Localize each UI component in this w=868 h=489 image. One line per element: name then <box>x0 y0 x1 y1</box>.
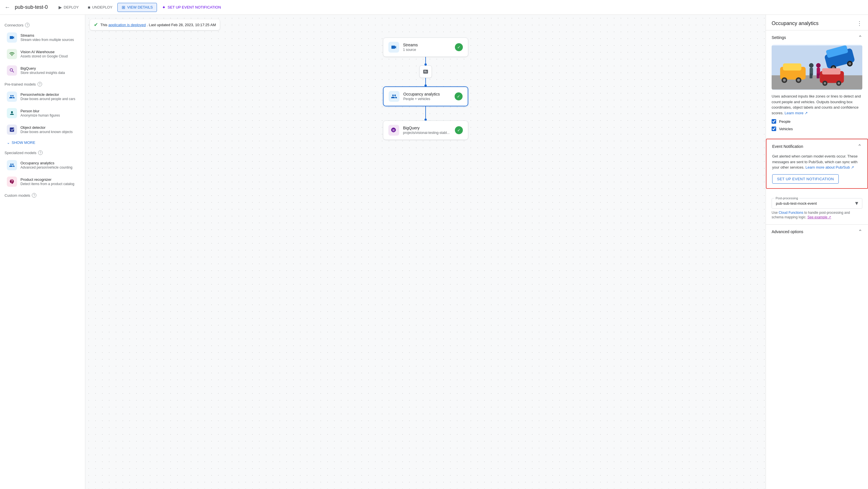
streams-pipeline-node[interactable]: Streams 1 source ✓ <box>383 37 468 57</box>
settings-section-header[interactable]: Settings ⌃ <box>766 30 868 44</box>
vehicles-checkbox[interactable] <box>772 126 776 131</box>
people-label: People <box>779 119 790 124</box>
svg-rect-24 <box>811 73 812 78</box>
bigquery-check-icon: ✓ <box>455 126 463 134</box>
status-text: This application is deployed . Last upda… <box>100 23 216 27</box>
streams-icon <box>7 32 17 43</box>
topbar-actions: ▶ DEPLOY ■ UNDEPLOY ⊞ VIEW DETAILS ✦ SET… <box>55 3 225 12</box>
deploy-button[interactable]: ▶ DEPLOY <box>55 3 83 12</box>
event-notification-section: Event Notification ⌃ Get alerted when ce… <box>766 139 868 189</box>
status-check-icon: ✔ <box>94 22 98 28</box>
connectors-section-title: Connectors ? <box>0 21 85 29</box>
post-processing-description: Use Cloud Functions to handle post-proce… <box>772 210 862 220</box>
status-bar: ✔ This application is deployed . Last up… <box>90 19 220 30</box>
svg-point-20 <box>838 82 840 84</box>
svg-point-25 <box>816 63 821 68</box>
chevron-down-icon: ⌄ <box>7 141 10 145</box>
svg-rect-28 <box>818 73 819 78</box>
undeploy-icon: ■ <box>88 5 90 10</box>
canvas-area: ✔ This application is deployed . Last up… <box>85 15 766 489</box>
pretrained-section-title: Pre-trained models ? <box>0 80 85 88</box>
deploy-icon: ▶ <box>59 5 62 10</box>
specialized-section-title: Specialized models ? <box>0 148 85 157</box>
bigquery-node-icon <box>389 125 399 135</box>
right-panel-title: Occupancy analytics <box>772 21 818 26</box>
post-processing-select[interactable]: pub-sub-test-mock-event <box>772 198 862 208</box>
settings-section: Settings ⌃ <box>766 30 868 139</box>
pipeline-container: Streams 1 source ✓ Occupancy analy <box>85 15 766 185</box>
sidebar-item-occupancy[interactable]: Occupancy analytics Advanced person/vehi… <box>2 157 83 173</box>
post-processing-label: Post-processing <box>774 196 799 200</box>
specialized-help-icon[interactable]: ? <box>38 150 43 155</box>
see-example-link[interactable]: See example ↗ <box>807 215 831 219</box>
advanced-options-header[interactable]: Advanced options ⌃ <box>766 224 868 239</box>
setup-event-notification-button[interactable]: ✦ SET UP EVENT NOTIFICATION <box>158 3 225 12</box>
svg-point-6 <box>783 79 786 81</box>
pubsub-learn-more-link[interactable]: Learn more about Pub/Sub ↗ <box>805 165 854 170</box>
vision-ai-icon <box>7 49 17 59</box>
streams-node-icon <box>389 42 399 53</box>
person-vehicle-icon <box>7 92 17 102</box>
learn-more-link[interactable]: Learn more ↗ <box>785 111 808 115</box>
occupancy-node-icon <box>389 91 399 102</box>
people-checkbox-row: People <box>772 119 862 124</box>
occupancy-check-icon: ✓ <box>455 92 463 100</box>
product-icon <box>7 177 17 187</box>
back-button[interactable]: ← <box>5 4 10 10</box>
event-notification-header[interactable]: Event Notification ⌃ <box>767 139 867 154</box>
svg-rect-4 <box>783 63 802 70</box>
people-checkbox[interactable] <box>772 119 776 124</box>
svg-rect-23 <box>810 73 811 78</box>
connector-1 <box>420 57 432 86</box>
streams-check-icon: ✓ <box>455 43 463 51</box>
main-layout: Connectors ? Streams Stream video from m… <box>0 15 868 489</box>
vehicles-checkbox-row: Vehicles <box>772 126 862 131</box>
sidebar-item-person-blur[interactable]: Person blur Anonymize human figures <box>2 105 83 121</box>
settings-section-content: Uses advanced inputs like zones or lines… <box>766 44 868 139</box>
event-notification-body: Get alerted when certain model events oc… <box>767 154 867 188</box>
svg-rect-16 <box>822 68 840 74</box>
more-options-icon[interactable]: ⋮ <box>857 20 862 27</box>
bigquery-pipeline-node[interactable]: BigQuery projects/visionai-testing-stabl… <box>383 121 468 140</box>
svg-rect-27 <box>817 73 818 78</box>
right-panel-header: Occupancy analytics ⋮ <box>766 15 868 30</box>
connector-line-2 <box>425 78 426 86</box>
cloud-functions-link[interactable]: Cloud Functions <box>779 211 803 215</box>
sidebar-item-bigquery[interactable]: BigQuery Store structured insights data <box>2 63 83 79</box>
settings-description: Uses advanced inputs like zones or lines… <box>772 94 862 116</box>
application-deployed-link[interactable]: application is deployed <box>108 23 146 27</box>
pretrained-help-icon[interactable]: ? <box>37 82 42 86</box>
svg-point-8 <box>797 79 800 81</box>
sidebar-item-product[interactable]: Product recognizer Detect items from a p… <box>2 174 83 190</box>
undeploy-button[interactable]: ■ UNDEPLOY <box>84 3 117 11</box>
post-processing-section: Post-processing pub-sub-test-mock-event … <box>766 189 868 225</box>
svg-point-21 <box>809 63 814 68</box>
sidebar-item-streams[interactable]: Streams Stream video from multiple sourc… <box>2 30 83 45</box>
sparkle-icon: ✦ <box>162 5 166 10</box>
sidebar-item-person-vehicle[interactable]: Person/vehicle detector Draw boxes aroun… <box>2 89 83 104</box>
settings-collapse-icon: ⌃ <box>858 34 862 41</box>
occupancy-icon <box>7 160 17 170</box>
view-details-icon: ⊞ <box>122 5 125 10</box>
connectors-help-icon[interactable]: ? <box>25 23 30 27</box>
show-more-button[interactable]: ⌄ SHOW MORE <box>2 138 40 147</box>
analytics-illustration <box>772 44 862 90</box>
event-notification-collapse-icon: ⌃ <box>858 143 862 150</box>
right-panel: Occupancy analytics ⋮ Settings ⌃ <box>766 15 868 489</box>
connector-2 <box>425 106 426 121</box>
setup-event-notification-panel-button[interactable]: SET UP EVENT NOTIFICATION <box>772 174 839 184</box>
occupancy-pipeline-node[interactable]: Occupancy analytics People + vehicles ✓ <box>383 86 468 106</box>
sidebar-item-vision-ai[interactable]: Vision AI Warehouse Assets stored on Goo… <box>2 46 83 62</box>
custom-help-icon[interactable]: ? <box>32 193 36 197</box>
view-details-button[interactable]: ⊞ VIEW DETAILS <box>117 3 157 12</box>
advanced-options-section: Advanced options ⌃ <box>766 224 868 239</box>
connector-line-3 <box>425 106 426 121</box>
connector-line-1 <box>425 57 426 65</box>
object-detector-icon <box>7 124 17 135</box>
sidebar: Connectors ? Streams Stream video from m… <box>0 15 85 489</box>
person-blur-icon <box>7 108 17 118</box>
sidebar-item-object-detector[interactable]: Object detector Draw boxes around known … <box>2 122 83 137</box>
custom-section-title: Custom models ? <box>0 191 85 199</box>
event-notification-description: Get alerted when certain model events oc… <box>772 154 862 170</box>
svg-point-0 <box>11 111 13 113</box>
